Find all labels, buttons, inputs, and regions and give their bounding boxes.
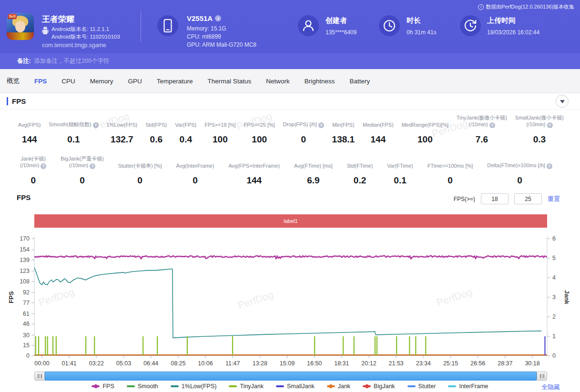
tab-network[interactable]: Network	[266, 78, 290, 85]
stat-value: 0	[137, 175, 142, 186]
legend-marker-icon	[363, 385, 371, 387]
collapse-button[interactable]	[556, 95, 569, 108]
grip-icon	[540, 374, 544, 378]
legend-label: Smooth	[138, 383, 158, 390]
chart-title: FPS	[17, 193, 31, 201]
tab-cpu[interactable]: CPU	[61, 78, 75, 85]
stat-label: Std(FPS)	[145, 121, 167, 128]
svg-text:5: 5	[552, 255, 556, 261]
stat-value: 132.7	[111, 134, 133, 145]
history-clock-icon	[460, 15, 481, 36]
help-icon[interactable]: ?	[547, 163, 552, 169]
legend-marker-icon	[127, 385, 135, 387]
duration-icon-circle	[379, 15, 400, 36]
android-version-code: Android版本号: 1102010103	[51, 33, 120, 40]
stat-label: Avg(FTime) [ms]	[294, 162, 333, 169]
scrollbar-left-handle[interactable]	[34, 372, 45, 381]
fps-chart[interactable]: 17015413912310892776146301506543210FPSJa…	[0, 231, 580, 372]
device-model-row: V2551A i	[187, 14, 221, 22]
tab-battery[interactable]: Battery	[349, 78, 370, 85]
svg-text:1: 1	[552, 333, 556, 340]
legend-item-tinyjank[interactable]: TinyJank	[229, 383, 264, 390]
legend-item-bigjank[interactable]: BigJank	[363, 383, 395, 390]
person-icon	[298, 15, 319, 36]
legend-label: FPS	[102, 383, 114, 390]
tab-temperature[interactable]: Temperature	[157, 78, 193, 85]
tab-fps[interactable]: FPS	[34, 78, 47, 85]
help-icon[interactable]: ?	[41, 163, 46, 169]
fps-threshold-input-1[interactable]	[481, 193, 509, 204]
stat-value: 144	[22, 134, 37, 145]
chart-label-bar[interactable]: label1	[34, 214, 547, 228]
stat-item: Var(FPS)0.4	[175, 121, 196, 145]
svg-text:139: 139	[20, 257, 30, 263]
stat-value: 100	[252, 134, 267, 145]
stat-item: SmallJank(微小卡顿)(/10min)?0.3	[515, 114, 564, 145]
fps-threshold-input-2[interactable]	[514, 193, 542, 204]
help-icon[interactable]: ?	[93, 122, 99, 128]
tab-brightness[interactable]: Brightness	[305, 78, 335, 85]
legend-label: Stutter	[418, 383, 436, 390]
grip-icon	[38, 374, 42, 378]
scrollbar-track[interactable]	[45, 372, 537, 381]
stat-value: 0	[193, 175, 198, 186]
device-model: V2551A	[187, 14, 213, 22]
svg-text:0: 0	[26, 352, 30, 359]
tab-memory[interactable]: Memory	[90, 78, 113, 85]
device-info-icon[interactable]: i	[215, 15, 221, 21]
svg-text:01:41: 01:41	[62, 360, 77, 367]
legend-label: BigJank	[374, 383, 395, 390]
fps-stats-row-2: Jank(卡顿)(/10min)?0BigJank(严重卡顿)(/10min)?…	[0, 155, 552, 186]
stat-label: Avg(InterFrame)	[176, 162, 214, 169]
legend-item-stutter[interactable]: Stutter	[407, 383, 436, 390]
help-icon[interactable]: ?	[489, 122, 495, 128]
note-label: 备注:	[17, 57, 31, 65]
fps-threshold-controls: FPS(>=) 重置	[454, 193, 560, 204]
perfdog-report-page: i 数据由PerfDog(12.0.260136)版本收集 5v5 王者荣耀 A…	[0, 0, 580, 392]
svg-text:25:15: 25:15	[443, 360, 458, 367]
svg-text:06:44: 06:44	[143, 360, 158, 367]
legend-item-smalljank[interactable]: SmallJank	[276, 383, 315, 390]
svg-text:6: 6	[552, 235, 556, 242]
chart-label-text: label1	[284, 218, 297, 224]
stat-value: 144	[371, 134, 386, 145]
help-icon[interactable]: ?	[547, 122, 553, 128]
svg-text:30: 30	[23, 332, 30, 339]
legend-item-jank[interactable]: Jank	[327, 383, 350, 390]
legend-item-1-low-fps-[interactable]: 1%Low(FPS)	[171, 383, 217, 390]
stat-value: 0.6	[150, 134, 163, 145]
legend-marker-icon	[407, 385, 416, 387]
stat-item: Avg(FTime) [ms]6.9	[294, 162, 333, 186]
legend-item-interframe[interactable]: InterFrame	[448, 383, 488, 390]
tab-gpu[interactable]: GPU	[128, 78, 142, 85]
reset-link[interactable]: 重置	[548, 195, 560, 203]
stat-item: Median(FPS)144	[363, 121, 394, 145]
stat-value: 6.9	[307, 175, 319, 186]
svg-text:00:00: 00:00	[34, 360, 49, 367]
stat-value: 0.1	[67, 134, 80, 145]
app-title: 王者荣耀	[42, 14, 74, 25]
tab-thermal-status[interactable]: Thermal Status	[208, 78, 252, 85]
note-bar[interactable]: 备注: 添加备注，不超过200个字符	[0, 53, 580, 69]
hide-all-link[interactable]: 全隐藏	[541, 383, 560, 392]
tab-概览[interactable]: 概览	[7, 77, 20, 85]
svg-text:16:50: 16:50	[307, 360, 322, 367]
stat-label: Median(FPS)	[363, 121, 394, 128]
duration-label: 时长	[407, 16, 421, 25]
legend-marker-icon	[327, 385, 335, 387]
svg-text:46: 46	[23, 321, 30, 327]
device-memory: Memory: 15.1G	[187, 25, 256, 33]
stat-label: Smooth(稳帧指数)?	[49, 121, 98, 128]
legend-item-smooth[interactable]: Smooth	[127, 383, 158, 390]
upload-label: 上传时间	[487, 16, 516, 25]
game-app-icon: 5v5	[7, 13, 34, 40]
help-icon[interactable]: ?	[90, 163, 95, 169]
chart-scrollbar	[34, 372, 547, 381]
scrollbar-right-handle[interactable]	[537, 372, 547, 381]
help-icon[interactable]: ?	[318, 122, 324, 128]
stat-label: Stutter(卡顿率) [%]	[118, 162, 162, 169]
legend-item-fps[interactable]: FPS	[92, 383, 114, 390]
svg-text:23:34: 23:34	[416, 360, 431, 367]
svg-text:FPS: FPS	[8, 291, 15, 303]
legend-label: 1%Low(FPS)	[182, 383, 217, 390]
